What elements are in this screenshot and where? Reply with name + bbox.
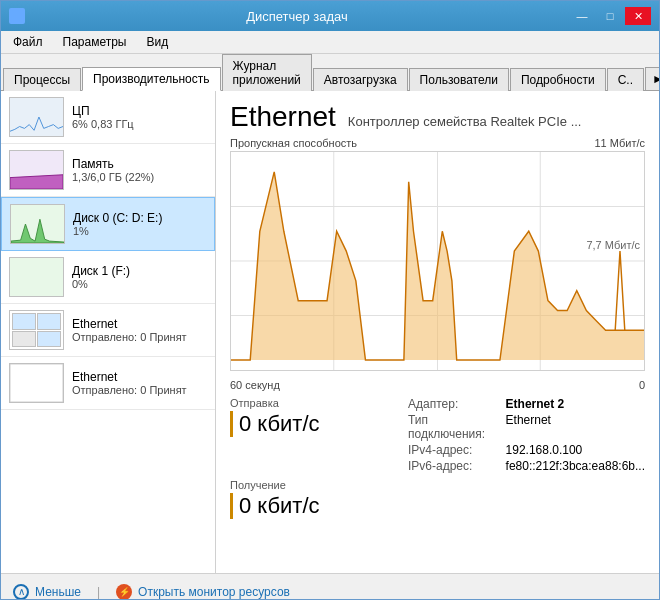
svg-marker-14 — [389, 182, 456, 360]
memory-label: Память — [72, 157, 154, 171]
minimize-button[interactable]: — — [569, 7, 595, 25]
menu-params[interactable]: Параметры — [55, 33, 135, 51]
disk1-value: 0% — [72, 278, 130, 290]
main-title: Ethernet — [230, 101, 336, 133]
ethernet2-label: Ethernet — [72, 370, 187, 384]
sidebar-item-disk1[interactable]: Диск 1 (F:) 0% — [1, 251, 215, 304]
ipv4-label: IPv4-адрес: — [408, 443, 494, 457]
footer-divider: | — [97, 585, 100, 599]
receive-label: Получение — [230, 479, 645, 491]
send-value: 0 кбит/с — [230, 411, 388, 437]
footer: ∧ Меньше | ⚡ Открыть монитор ресурсов — [1, 573, 659, 600]
sidebar-item-cpu[interactable]: ЦП 6% 0,83 ГГц — [1, 91, 215, 144]
chevron-down-icon: ∧ — [13, 584, 29, 600]
svg-marker-13 — [231, 172, 365, 360]
menu-bar: Файл Параметры Вид — [1, 31, 659, 54]
svg-rect-0 — [10, 98, 63, 136]
ethernet2-thumbnail — [9, 363, 64, 403]
ethernet2-value: Отправлено: 0 Принят — [72, 384, 187, 396]
main-subtitle: Контроллер семейства Realtek PCIe ... — [348, 114, 582, 129]
close-button[interactable]: ✕ — [625, 7, 651, 25]
window-title: Диспетчер задач — [25, 9, 569, 24]
ipv6-label: IPv6-адрес: — [408, 459, 494, 473]
send-block: Отправка 0 кбит/с — [230, 397, 388, 473]
time-end: 0 — [639, 379, 645, 391]
svg-rect-5 — [10, 258, 63, 296]
disk1-label: Диск 1 (F:) — [72, 264, 130, 278]
tab-startup[interactable]: Автозагрузка — [313, 68, 408, 91]
connection-value: Ethernet — [506, 413, 645, 441]
ethernet1-value: Отправлено: 0 Принят — [72, 331, 187, 343]
ethernet1-label: Ethernet — [72, 317, 187, 331]
bandwidth-label: Пропускная способность — [230, 137, 357, 149]
cpu-label: ЦП — [72, 104, 134, 118]
tab-arrow[interactable]: ► — [645, 67, 660, 90]
svg-rect-6 — [10, 364, 63, 402]
app-icon — [9, 8, 25, 24]
main-content: ЦП 6% 0,83 ГГц Память 1,3/6,0 ГБ (22%) — [1, 91, 659, 573]
tab-processes[interactable]: Процессы — [3, 68, 81, 91]
tab-app-history[interactable]: Журнал приложений — [222, 54, 312, 91]
adapter-value: Ethernet 2 — [506, 397, 645, 411]
title-bar: Диспетчер задач — □ ✕ — [1, 1, 659, 31]
stats-area: Отправка 0 кбит/с Адаптер: Ethernet 2 Ти… — [230, 397, 645, 473]
connection-label: Тип подключения: — [408, 413, 494, 441]
bandwidth-chart: 7,7 Мбит/с — [230, 151, 645, 371]
sidebar: ЦП 6% 0,83 ГГц Память 1,3/6,0 ГБ (22%) — [1, 91, 216, 573]
tab-users[interactable]: Пользователи — [409, 68, 509, 91]
menu-file[interactable]: Файл — [5, 33, 51, 51]
chart-label-bottom: 60 секунд 0 — [230, 379, 645, 391]
chart-label-top: Пропускная способность 11 Мбит/с — [230, 137, 645, 149]
memory-value: 1,3/6,0 ГБ (22%) — [72, 171, 154, 183]
content-area: Ethernet Контроллер семейства Realtek PC… — [216, 91, 659, 573]
chart-value: 7,7 Мбит/с — [586, 239, 640, 251]
disk0-value: 1% — [73, 225, 162, 237]
sidebar-item-disk0[interactable]: Диск 0 (C: D: E:) 1% — [1, 197, 215, 251]
cpu-thumbnail — [9, 97, 64, 137]
maximize-button[interactable]: □ — [597, 7, 623, 25]
adapter-info: Адаптер: Ethernet 2 Тип подключения: Eth… — [408, 397, 645, 473]
disk0-thumbnail — [10, 204, 65, 244]
sidebar-item-memory[interactable]: Память 1,3/6,0 ГБ (22%) — [1, 144, 215, 197]
receive-value: 0 кбит/с — [230, 493, 645, 519]
svg-marker-2 — [10, 175, 63, 189]
adapter-label: Адаптер: — [408, 397, 494, 411]
send-label: Отправка — [230, 397, 388, 409]
menu-view[interactable]: Вид — [138, 33, 176, 51]
tabs-bar: Процессы Производительность Журнал прило… — [1, 54, 659, 91]
less-button[interactable]: ∧ Меньше — [13, 584, 81, 600]
tab-more[interactable]: С.. — [607, 68, 644, 91]
sidebar-item-ethernet1[interactable]: Ethernet Отправлено: 0 Принят — [1, 304, 215, 357]
tab-details[interactable]: Подробности — [510, 68, 606, 91]
ethernet1-thumbnail — [9, 310, 64, 350]
memory-thumbnail — [9, 150, 64, 190]
receive-block: Получение 0 кбит/с — [230, 479, 645, 519]
content-header: Ethernet Контроллер семейства Realtek PC… — [230, 101, 645, 133]
tab-performance[interactable]: Производительность — [82, 67, 220, 91]
bandwidth-max: 11 Мбит/с — [595, 137, 646, 149]
disk0-label: Диск 0 (C: D: E:) — [73, 211, 162, 225]
monitor-icon: ⚡ — [116, 584, 132, 600]
ipv6-value: fe80::212f:3bca:ea88:6b... — [506, 459, 645, 473]
time-label: 60 секунд — [230, 379, 280, 391]
disk1-thumbnail — [9, 257, 64, 297]
open-monitor-button[interactable]: ⚡ Открыть монитор ресурсов — [116, 584, 290, 600]
sidebar-item-ethernet2[interactable]: Ethernet Отправлено: 0 Принят — [1, 357, 215, 410]
cpu-value: 6% 0,83 ГГц — [72, 118, 134, 130]
window-controls: — □ ✕ — [569, 7, 651, 25]
ipv4-value: 192.168.0.100 — [506, 443, 645, 457]
